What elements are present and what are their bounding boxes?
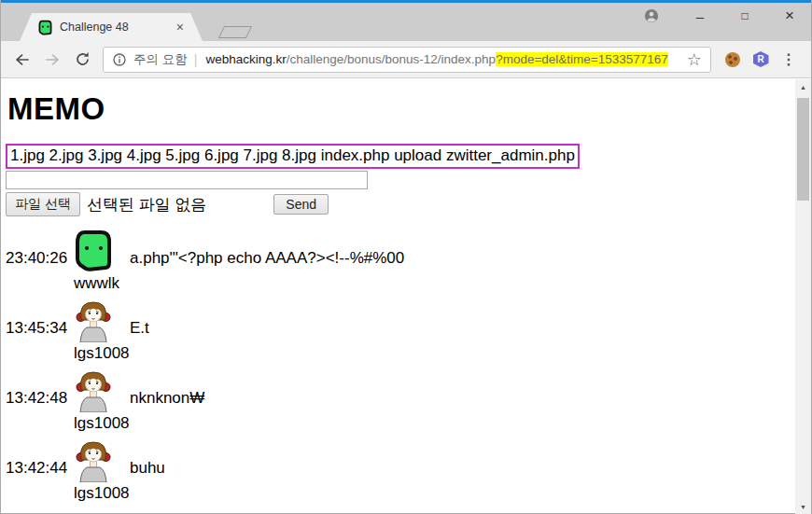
back-button[interactable] <box>9 47 35 73</box>
entry-message: E.t <box>130 299 149 338</box>
back-arrow-icon <box>13 50 32 69</box>
tab-title: Challenge 48 <box>60 21 176 34</box>
browser-tab[interactable]: Challenge 48 × <box>20 13 203 41</box>
avatar <box>74 299 113 342</box>
browser-menu-icon[interactable]: ⋮ <box>778 49 799 70</box>
profile-icon[interactable] <box>643 7 660 25</box>
memo-entry: 13:45:34 <box>6 299 791 363</box>
entry-message: nknknon₩ <box>130 368 204 408</box>
address-bar[interactable]: 주의 요함 | webhacking.kr/challenge/bonus/bo… <box>103 47 711 73</box>
security-status-label[interactable]: 주의 요함 <box>133 51 188 68</box>
maximize-button[interactable]: □ <box>736 7 753 25</box>
girl-avatar <box>74 438 113 482</box>
window-controls: – □ × <box>643 7 798 25</box>
entry-username: lgs1008 <box>74 484 122 503</box>
reload-icon <box>74 50 91 68</box>
memo-entry: 23:40:26 <box>6 229 791 293</box>
green-blob-avatar <box>74 229 113 272</box>
person-icon <box>643 7 660 25</box>
page-title: MEMO <box>7 91 791 127</box>
memo-entry: 13:42:48 <box>6 368 791 433</box>
memo-entries: 23:40:26 <box>6 229 791 503</box>
reload-button[interactable] <box>69 47 95 73</box>
entry-message: a.php'"<?php echo AAAA?><!--%#%00 <box>130 229 404 268</box>
scrollbar-thumb[interactable] <box>797 98 809 201</box>
file-select-button[interactable]: 파일 선택 <box>6 192 80 216</box>
entry-username: lgs1008 <box>74 344 122 363</box>
tab-strip: Challenge 48 × – □ × <box>1 3 811 41</box>
url-host: webhacking.kr <box>205 52 286 66</box>
entry-avatar-column: lgs1008 <box>74 438 122 503</box>
browser-toolbar: 주의 요함 | webhacking.kr/challenge/bonus/bo… <box>1 41 811 78</box>
entry-username: lgs1008 <box>74 414 122 433</box>
cookie-extension-icon[interactable] <box>722 49 743 70</box>
avatar <box>74 438 113 482</box>
girl-avatar <box>74 368 113 412</box>
avatar <box>74 368 113 412</box>
entry-timestamp: 13:45:34 <box>6 299 74 338</box>
entry-avatar-column: lgs1008 <box>74 299 122 363</box>
tab-close-icon[interactable]: × <box>176 21 184 34</box>
forward-arrow-icon <box>43 50 62 69</box>
favicon-green-blob <box>38 20 52 35</box>
bookmark-star-icon[interactable]: ☆ <box>687 51 702 68</box>
entry-avatar-column: lgs1008 <box>74 368 122 433</box>
minimize-button[interactable]: – <box>692 7 708 25</box>
send-button[interactable]: Send <box>273 194 329 215</box>
avatar <box>74 229 113 272</box>
url-query-highlighted: ?mode=del&time=1533577167 <box>496 52 668 66</box>
close-button[interactable]: × <box>781 7 798 25</box>
scroll-up-icon[interactable]: ▲ <box>795 79 811 94</box>
entry-timestamp: 13:42:44 <box>6 438 74 478</box>
memo-input[interactable] <box>6 171 368 189</box>
scroll-down-icon[interactable]: ▼ <box>795 499 811 514</box>
file-list-box: 1.jpg 2.jpg 3.jpg 4.jpg 5.jpg 6.jpg 7.jp… <box>6 144 580 169</box>
hexagon-r-icon: R <box>753 51 769 67</box>
entry-avatar-column: wwwlk <box>74 229 122 293</box>
entry-timestamp: 13:42:48 <box>6 368 74 408</box>
browser-window: Challenge 48 × – □ × <box>0 0 812 514</box>
page-content: MEMO 1.jpg 2.jpg 3.jpg 4.jpg 5.jpg 6.jpg… <box>1 78 811 513</box>
cookie-icon <box>725 52 740 67</box>
page-scrollbar[interactable]: ▲ ▼ <box>795 79 811 514</box>
omnibox-separator: | <box>194 52 198 67</box>
upload-row: 파일 선택 선택된 파일 없음 Send <box>6 192 791 216</box>
new-tab-button[interactable] <box>218 26 252 38</box>
girl-avatar <box>74 299 113 342</box>
forward-button[interactable] <box>39 47 65 73</box>
extension-r-badge[interactable]: R <box>750 49 771 70</box>
url-path: /challenge/bonus/bonus-12/index.php <box>287 52 496 66</box>
info-icon <box>112 52 127 67</box>
entry-timestamp: 23:40:26 <box>6 229 74 268</box>
memo-entry: 13:42:44 <box>6 438 791 503</box>
entry-username: wwwlk <box>74 274 122 293</box>
file-status-text: 선택된 파일 없음 <box>87 194 206 215</box>
entry-message: buhu <box>130 438 165 478</box>
